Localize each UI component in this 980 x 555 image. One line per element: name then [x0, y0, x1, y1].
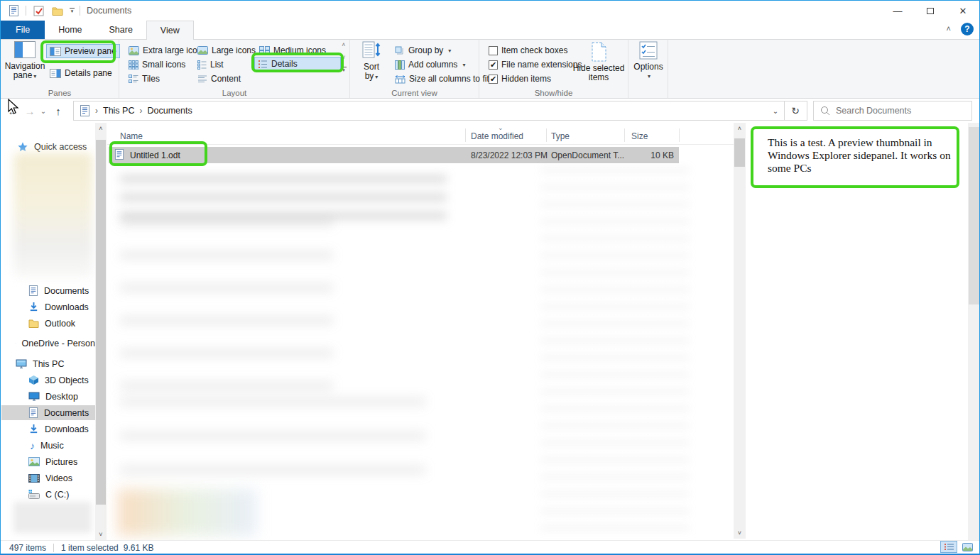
preview-pane-scrollbar[interactable]	[968, 123, 980, 540]
tab-home[interactable]: Home	[45, 21, 95, 39]
sidebar-item-downloads[interactable]: Downloads	[1, 422, 95, 436]
status-item-count: 497 items	[9, 543, 46, 553]
column-divider[interactable]	[546, 128, 547, 142]
group-by-button[interactable]: Group by ▾	[391, 43, 454, 57]
preview-scrollbar-thumb[interactable]	[969, 127, 979, 304]
column-header-name[interactable]: Name	[120, 131, 143, 141]
sidebar-item-3d-objects[interactable]: 3D Objects	[1, 373, 95, 388]
checkbox-unchecked-icon[interactable]	[489, 46, 498, 55]
close-button[interactable]: ✕	[947, 1, 979, 21]
sidebar-item-c-drive[interactable]: C (C:)	[1, 487, 95, 502]
column-header-type[interactable]: Type	[551, 131, 570, 141]
gallery-scroll-up-icon[interactable]: ˄	[342, 41, 345, 48]
size-all-columns-button[interactable]: Size all columns to fit	[391, 72, 493, 86]
details-view-button[interactable]: Details	[254, 57, 341, 71]
add-columns-button[interactable]: Add columns ▾	[391, 57, 469, 72]
maximize-button[interactable]	[914, 1, 947, 21]
hide-selected-items-button[interactable]: Hide selected items	[572, 41, 626, 82]
qat-check-icon[interactable]	[31, 3, 45, 18]
forward-button[interactable]: →	[22, 101, 38, 120]
sidebar-item-videos[interactable]: Videos	[1, 471, 95, 485]
tab-file[interactable]: File	[1, 21, 45, 39]
sidebar-item-documents-quick[interactable]: Documents	[1, 283, 95, 298]
content-button[interactable]: Content	[194, 72, 244, 86]
refresh-button[interactable]: ↻	[784, 101, 807, 121]
medium-icons-button[interactable]: Medium icons	[256, 43, 330, 57]
list-button[interactable]: List	[194, 57, 227, 72]
preview-pane-label: Preview pane	[65, 46, 116, 56]
column-divider[interactable]	[465, 128, 466, 142]
breadcrumb-documents[interactable]: Documents	[147, 106, 192, 116]
file-list-scrollbar[interactable]: ˄ ˅	[734, 123, 746, 539]
small-icons-button[interactable]: Small icons	[125, 57, 189, 72]
address-bar[interactable]: › This PC › Documents ⌄	[73, 101, 785, 121]
gallery-scroll-down-icon[interactable]: ˅	[342, 54, 345, 61]
hidden-items-checkbox[interactable]: ✔ Hidden items	[485, 72, 555, 86]
large-icons-button[interactable]: Large icons	[194, 43, 259, 57]
preview-pane-text: This is a test. A preview thumbnail in W…	[768, 136, 952, 175]
file-name-extensions-checkbox[interactable]: ✔ File name extensions	[485, 57, 585, 72]
folder-icon	[28, 319, 39, 328]
column-header-date-modified[interactable]: Date modified	[471, 131, 523, 141]
sort-by-button[interactable]: Sort by▾	[356, 41, 387, 82]
sidebar-item-outlook[interactable]: Outlook	[1, 316, 95, 331]
collapse-ribbon-icon[interactable]: ˄	[947, 24, 951, 33]
show-hide-group-label: Show/hide	[479, 89, 628, 97]
sidebar-item-quick-access[interactable]: Quick access	[1, 139, 95, 154]
document-icon	[28, 285, 38, 296]
tiles-button[interactable]: Tiles	[125, 72, 163, 86]
redacted-columns-blur	[540, 167, 690, 537]
add-columns-label: Add columns	[408, 60, 457, 70]
sidebar-item-this-pc[interactable]: This PC	[1, 356, 95, 371]
tab-view[interactable]: View	[146, 21, 194, 40]
options-button[interactable]: Options ▾	[631, 41, 665, 81]
minimize-button[interactable]: —	[881, 1, 914, 21]
ribbon-tabbar: File Home Share View	[1, 21, 979, 39]
large-icons-view-toggle-button[interactable]	[959, 541, 976, 553]
gallery-more-icon[interactable]: ▾	[342, 67, 347, 72]
details-view-toggle-button[interactable]	[940, 541, 957, 553]
item-check-boxes-checkbox[interactable]: Item check boxes	[485, 43, 571, 57]
recent-locations-icon[interactable]: ⌄	[38, 101, 49, 120]
column-header-size[interactable]: Size	[631, 131, 648, 141]
file-row-untitled-1-odt[interactable]: Untitled 1.odt 8/23/2022 12:03 PM OpenDo…	[109, 147, 679, 163]
file-list-scrollbar-thumb[interactable]	[734, 138, 745, 167]
sidebar-scrollbar-thumb[interactable]	[96, 140, 106, 505]
details-view-label: Details	[271, 59, 298, 69]
qat-new-folder-icon[interactable]	[50, 3, 65, 18]
qat-separator	[80, 6, 80, 16]
layout-gallery-scroll[interactable]: ˄ ˅ ▾	[339, 41, 348, 72]
column-divider[interactable]	[624, 128, 625, 142]
column-divider[interactable]	[679, 128, 680, 142]
scroll-down-icon[interactable]: ˅	[734, 527, 746, 539]
breadcrumb-this-pc[interactable]: This PC	[103, 106, 134, 116]
details-pane-button[interactable]: Details pane	[46, 66, 116, 80]
sidebar-item-music[interactable]: ♪ Music	[1, 438, 95, 453]
preview-pane-button[interactable]: Preview pane	[46, 44, 120, 58]
sidebar-item-desktop[interactable]: Desktop	[1, 389, 95, 404]
dropdown-icon: ▾	[375, 74, 378, 80]
scroll-down-icon[interactable]: ˅	[95, 529, 107, 540]
sidebar-item-documents[interactable]: Documents	[1, 405, 95, 420]
checkbox-checked-icon[interactable]: ✔	[489, 60, 498, 70]
tab-share[interactable]: Share	[96, 21, 146, 39]
sidebar-item-onedrive[interactable]: OneDrive - Person	[1, 336, 95, 351]
search-input[interactable]	[836, 106, 953, 116]
scroll-up-icon[interactable]: ˄	[734, 123, 746, 134]
sidebar-scrollbar[interactable]: ˄ ˅	[95, 123, 107, 540]
search-box[interactable]	[813, 101, 972, 121]
up-button[interactable]: ↑	[50, 101, 66, 120]
sidebar-item-downloads-quick[interactable]: Downloads	[1, 300, 95, 314]
scroll-up-icon[interactable]: ˄	[95, 123, 107, 134]
sort-direction-icon[interactable]: ⌄	[498, 124, 503, 131]
redacted-files-blur	[120, 219, 333, 404]
dropdown-icon: ▾	[462, 62, 465, 68]
mouse-cursor	[8, 99, 21, 116]
help-icon[interactable]: ?	[961, 23, 974, 35]
sidebar-item-pictures[interactable]: Pictures	[1, 454, 95, 469]
address-dropdown-icon[interactable]: ⌄	[767, 107, 784, 115]
customize-qat-icon[interactable]: ▾	[70, 8, 75, 13]
large-icons-toggle-icon	[962, 543, 973, 551]
checkbox-checked-icon[interactable]: ✔	[489, 75, 498, 84]
navigation-pane-button[interactable]: Navigation pane▾	[5, 41, 45, 81]
